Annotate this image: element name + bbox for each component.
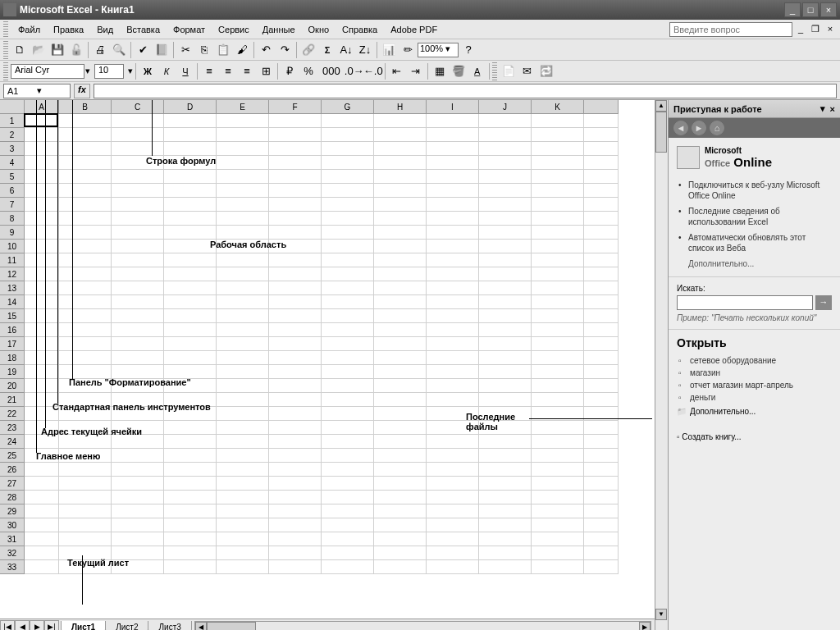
cell[interactable] bbox=[269, 504, 322, 518]
cell[interactable] bbox=[374, 198, 427, 212]
cell[interactable] bbox=[479, 477, 532, 491]
cell[interactable] bbox=[25, 546, 59, 560]
cell[interactable] bbox=[25, 491, 59, 504]
italic-button[interactable]: К bbox=[158, 62, 176, 80]
cell[interactable] bbox=[59, 337, 112, 351]
col-header-B[interactable]: B bbox=[59, 100, 112, 114]
cell[interactable] bbox=[269, 351, 322, 365]
cell[interactable] bbox=[532, 532, 584, 546]
cell[interactable] bbox=[532, 491, 584, 504]
cell[interactable] bbox=[374, 463, 427, 477]
cell[interactable] bbox=[164, 560, 217, 574]
increase-indent-button[interactable]: ⇥ bbox=[407, 62, 425, 80]
row-header-19[interactable]: 19 bbox=[0, 365, 25, 379]
cell[interactable] bbox=[322, 546, 374, 560]
cell[interactable] bbox=[269, 170, 322, 184]
cell[interactable] bbox=[584, 477, 619, 491]
cell[interactable] bbox=[269, 295, 322, 309]
cell[interactable] bbox=[112, 477, 164, 491]
cell[interactable] bbox=[25, 226, 59, 240]
cell[interactable] bbox=[532, 546, 584, 560]
cell[interactable] bbox=[532, 156, 584, 170]
menubar-grip[interactable] bbox=[3, 21, 8, 38]
open-button[interactable]: 📂 bbox=[30, 41, 48, 59]
align-right-button[interactable]: ≡ bbox=[238, 62, 256, 80]
cell[interactable] bbox=[164, 128, 217, 142]
font-combo-dropdown[interactable]: ▾ bbox=[85, 66, 90, 76]
cell[interactable] bbox=[25, 184, 59, 198]
fmt-toolbar-grip[interactable] bbox=[3, 62, 8, 80]
cell[interactable] bbox=[25, 240, 59, 253]
cell[interactable] bbox=[374, 421, 427, 435]
cell[interactable] bbox=[427, 240, 479, 253]
row-header-21[interactable]: 21 bbox=[0, 393, 25, 407]
cell[interactable] bbox=[532, 267, 584, 281]
cell[interactable] bbox=[479, 142, 532, 156]
cell[interactable] bbox=[59, 379, 112, 393]
cell[interactable] bbox=[59, 351, 112, 365]
cell[interactable] bbox=[427, 532, 479, 546]
cell[interactable] bbox=[322, 212, 374, 226]
cell[interactable] bbox=[427, 435, 479, 449]
cell[interactable] bbox=[164, 435, 217, 449]
cell[interactable] bbox=[584, 323, 619, 337]
cell[interactable] bbox=[112, 184, 164, 198]
cell[interactable] bbox=[584, 128, 619, 142]
cell[interactable] bbox=[532, 323, 584, 337]
task-pane-search-input[interactable] bbox=[677, 295, 813, 310]
cell[interactable] bbox=[479, 560, 532, 574]
cell[interactable] bbox=[584, 226, 619, 240]
cell[interactable] bbox=[59, 504, 112, 518]
office-online-more-link[interactable]: Дополнительно... bbox=[677, 256, 832, 268]
cell[interactable] bbox=[427, 491, 479, 504]
drawing-button[interactable]: ✏ bbox=[399, 41, 417, 59]
cell[interactable] bbox=[217, 156, 269, 170]
col-header-K[interactable]: K bbox=[532, 100, 584, 114]
cell[interactable] bbox=[112, 281, 164, 295]
cell[interactable] bbox=[532, 184, 584, 198]
cell[interactable] bbox=[217, 281, 269, 295]
row-header-29[interactable]: 29 bbox=[0, 504, 25, 518]
cell[interactable] bbox=[479, 240, 532, 253]
cell[interactable] bbox=[25, 351, 59, 365]
comma-style-button[interactable]: 000 bbox=[318, 62, 345, 80]
cell[interactable] bbox=[164, 504, 217, 518]
cell[interactable] bbox=[479, 323, 532, 337]
cell[interactable] bbox=[164, 491, 217, 504]
cell[interactable] bbox=[269, 532, 322, 546]
cell[interactable] bbox=[322, 170, 374, 184]
cell[interactable] bbox=[584, 407, 619, 421]
cell[interactable] bbox=[374, 212, 427, 226]
pdf-email-button[interactable]: ✉ bbox=[518, 62, 536, 80]
sheet-tab-Лист3[interactable]: Лист3 bbox=[148, 621, 191, 631]
cell[interactable] bbox=[584, 393, 619, 407]
std-toolbar-grip[interactable] bbox=[3, 41, 8, 59]
col-header-D[interactable]: D bbox=[164, 100, 217, 114]
cell[interactable] bbox=[427, 142, 479, 156]
cell[interactable] bbox=[112, 212, 164, 226]
cell[interactable] bbox=[532, 365, 584, 379]
cell[interactable] bbox=[584, 449, 619, 463]
cell[interactable] bbox=[25, 379, 59, 393]
cell[interactable] bbox=[164, 365, 217, 379]
cell[interactable] bbox=[217, 142, 269, 156]
recent-file-link[interactable]: магазин bbox=[677, 367, 832, 379]
cell[interactable] bbox=[112, 518, 164, 532]
cell[interactable] bbox=[479, 281, 532, 295]
cell[interactable] bbox=[217, 491, 269, 504]
search-go-button[interactable]: → bbox=[815, 295, 832, 310]
cell[interactable] bbox=[374, 128, 427, 142]
cell[interactable] bbox=[59, 240, 112, 253]
row-header-5[interactable]: 5 bbox=[0, 170, 25, 184]
cell[interactable] bbox=[427, 351, 479, 365]
cell[interactable] bbox=[374, 351, 427, 365]
row-header-6[interactable]: 6 bbox=[0, 184, 25, 198]
borders-button[interactable]: ▦ bbox=[431, 62, 449, 80]
cell[interactable] bbox=[322, 463, 374, 477]
vertical-scrollbar[interactable]: ▲ ▼ bbox=[655, 100, 668, 630]
cell[interactable] bbox=[322, 365, 374, 379]
cell[interactable] bbox=[479, 198, 532, 212]
cell[interactable] bbox=[25, 114, 59, 128]
cell[interactable] bbox=[112, 295, 164, 309]
cell[interactable] bbox=[164, 267, 217, 281]
